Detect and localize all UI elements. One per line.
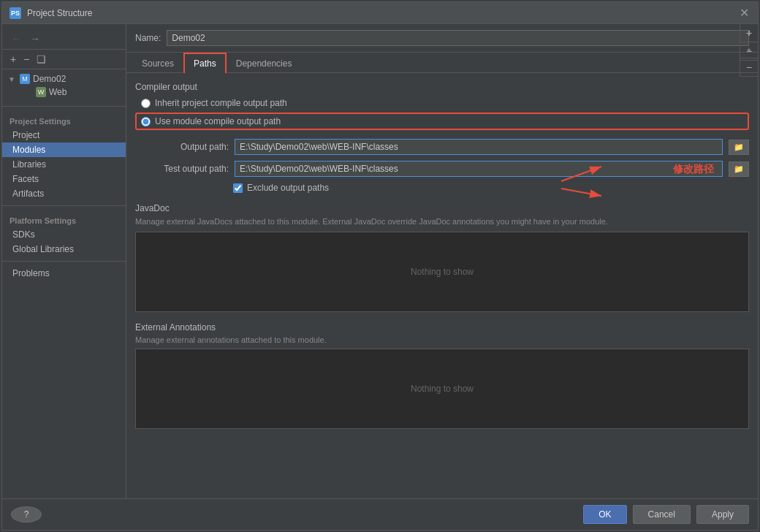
sidebar-item-facets[interactable]: Facets [2,172,126,186]
test-output-path-row: Test output path: 📁 [135,161,749,177]
add-module-button[interactable]: + [8,53,18,66]
sidebar-global-libraries-label: Global Libraries [12,244,74,254]
tab-sources[interactable]: Sources [132,53,183,73]
radio-use-input[interactable] [141,117,151,126]
radio-use[interactable]: Use module compile output path [135,113,749,130]
dialog-title: Project Structure [27,8,92,18]
tree-item-web[interactable]: W Web [2,86,126,99]
title-bar-left: PS Project Structure [10,7,92,19]
name-input[interactable] [167,30,749,46]
tree-item-web-label: Web [49,87,66,97]
output-path-browse-button[interactable]: 📁 [729,140,749,155]
sidebar-divider3 [2,261,126,262]
project-settings-label: Project Settings [2,111,126,128]
tree-arrow-demo02: ▼ [8,75,17,83]
project-structure-dialog: PS Project Structure ✕ ← → + − ❏ ▼ [1,1,759,531]
sidebar-sdks-label: SDKs [12,229,35,240]
sidebar-facets-label: Facets [12,174,39,184]
output-path-label: Output path: [141,142,229,152]
tab-dependencies[interactable]: Dependencies [227,53,302,73]
output-path-input[interactable] [235,139,723,155]
radio-inherit-input[interactable] [141,99,151,108]
javadoc-desc: Manage external JavaDocs attached to thi… [135,216,749,227]
remove-module-button[interactable]: − [21,53,31,66]
name-label: Name: [135,33,161,43]
radio-inherit-label: Inherit project compile output path [155,98,287,108]
sidebar-item-sdks[interactable]: SDKs [2,227,126,242]
sidebar-item-libraries[interactable]: Libraries [2,157,126,172]
sidebar-divider2 [2,205,126,206]
forward-button[interactable]: → [27,31,43,46]
module-icon: M [20,74,30,84]
help-button[interactable]: ? [11,506,42,522]
cancel-button[interactable]: Cancel [633,505,691,524]
app-icon: PS [10,7,21,19]
sidebar-divider [2,106,126,107]
sidebar-item-artifacts[interactable]: Artifacts [2,186,126,201]
javadoc-section: JavaDoc Manage external JavaDocs attache… [135,203,749,312]
tree-item-demo02-label: Demo02 [33,74,66,84]
radio-use-label: Use module compile output path [155,116,281,126]
platform-settings-label: Platform Settings [2,210,126,227]
exclude-checkbox[interactable] [233,183,243,193]
javadoc-empty-label: Nothing to show [411,267,474,277]
test-output-path-browse-button[interactable]: 📁 [729,162,749,177]
tree-item-demo02[interactable]: ▼ M Demo02 [2,72,126,86]
right-panel-wrapper: Name: Sources Paths Dependencies Compile… [126,24,758,498]
annotations-list: Nothing to show [135,349,749,429]
test-output-path-label: Test output path: [141,164,229,174]
javadoc-list: Nothing to show [135,232,749,312]
annotations-desc: Manage external annotations attached to … [135,335,749,344]
copy-module-button[interactable]: ❏ [34,53,48,66]
panel-body: Compiler output Inherit project compile … [126,73,758,498]
nav-bar: ← → [2,28,126,50]
annotations-section: External Annotations Manage external ann… [135,322,749,429]
javadoc-remove-button[interactable]: − [740,73,758,77]
sidebar-modules-label: Modules [12,145,45,155]
sidebar-toolbar: + − ❏ [2,50,126,69]
javadoc-title: JavaDoc [135,203,749,213]
sidebar-item-modules[interactable]: Modules [2,142,126,157]
sidebar-item-project[interactable]: Project [2,128,126,142]
exclude-checkbox-label: Exclude output paths [247,183,329,193]
javadoc-actions: + + − [740,73,758,77]
back-button[interactable]: ← [8,31,24,46]
close-button[interactable]: ✕ [738,7,750,19]
title-bar: PS Project Structure ✕ [2,2,758,24]
ok-button[interactable]: OK [583,505,626,524]
exclude-checkbox-row: Exclude output paths [135,183,749,193]
output-path-row: Output path: 📁 [135,139,749,155]
sidebar-project-label: Project [12,130,39,140]
name-row: Name: [126,24,758,53]
main-content: ← → + − ❏ ▼ M Demo02 W Web [2,24,758,498]
annotations-title: External Annotations [135,322,749,332]
test-output-path-input[interactable] [235,161,723,177]
web-icon: W [36,87,46,97]
sidebar-libraries-label: Libraries [12,159,46,170]
tab-paths[interactable]: Paths [183,53,227,73]
radio-inherit[interactable]: Inherit project compile output path [141,98,749,108]
sidebar: ← → + − ❏ ▼ M Demo02 W Web [2,24,126,498]
radio-group: Inherit project compile output path Use … [135,98,749,130]
sidebar-item-problems[interactable]: Problems [2,266,126,281]
sidebar-artifacts-label: Artifacts [12,189,44,199]
sidebar-item-global-libraries[interactable]: Global Libraries [2,242,126,256]
sidebar-problems-label: Problems [12,268,50,278]
compiler-output-label: Compiler output [135,82,749,92]
tabs-row: Sources Paths Dependencies [126,53,758,73]
apply-button[interactable]: Apply [696,505,749,524]
bottom-bar: ? OK Cancel Apply [2,498,758,530]
annotations-empty-label: Nothing to show [411,384,474,394]
